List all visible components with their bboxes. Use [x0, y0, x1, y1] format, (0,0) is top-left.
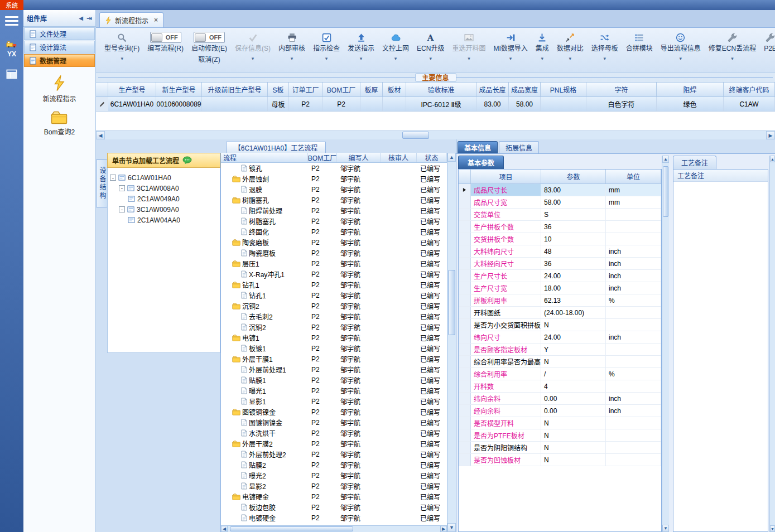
dropdown-arrow-icon[interactable]: ▾ [291, 56, 293, 61]
sidebar-button[interactable]: 数据管理 [24, 54, 95, 67]
process-row[interactable]: 板镀1P2邹宇航已编写 [221, 343, 447, 354]
main-info-column-header[interactable]: 升级前旧生产型号 [202, 83, 268, 96]
toolbar-item-10[interactable]: MI数据导入▾ [489, 31, 531, 64]
main-info-cell[interactable]: 母板 [268, 97, 289, 111]
toolbar-item-17[interactable]: P2E [760, 31, 775, 64]
process-row[interactable]: 板边包胶P2邹宇航已编写 [221, 502, 447, 512]
toolbar-item-9[interactable]: 重选开料图▾ [448, 31, 489, 64]
dropdown-arrow-icon[interactable]: ▾ [325, 56, 328, 61]
vscroll-thumb[interactable] [448, 270, 455, 335]
process-column-header[interactable]: 状态 [417, 153, 447, 162]
main-info-column-header[interactable]: 字符 [586, 83, 657, 96]
process-row[interactable]: 层压1P2邹宇航已编写 [221, 258, 447, 269]
dropdown-arrow-icon[interactable]: ▾ [468, 56, 470, 61]
tree-node[interactable]: -6C1AW01HA0 [110, 172, 218, 183]
main-info-column-header[interactable]: 生产型号 [108, 83, 156, 96]
process-row[interactable]: 贴膜2P2邹宇航已编写 [221, 460, 447, 470]
toggle-off-switch[interactable]: OFF [150, 32, 181, 43]
detail-tab[interactable]: 基本信息 [458, 141, 498, 153]
hscroll-track[interactable] [105, 131, 766, 139]
tree-node[interactable]: -3C1AW009A0 [119, 204, 218, 215]
dropdown-arrow-icon[interactable]: ▾ [394, 56, 397, 61]
collapse-left-icon[interactable]: ◀ [79, 15, 83, 21]
param-row[interactable]: 成品尺寸长83.00mm [459, 184, 661, 196]
tree-expander-icon[interactable]: - [110, 175, 116, 181]
vscroll-track[interactable] [447, 162, 456, 523]
tab-process-notes[interactable]: 工艺备注 [673, 156, 716, 169]
hamburger-menu-icon[interactable] [5, 14, 18, 28]
sidebar-button[interactable]: 设计算法 [24, 41, 95, 54]
main-info-cell[interactable]: 83.00 [476, 97, 509, 111]
process-row[interactable]: 阻焊前处理P2邹宇航已编写 [221, 205, 447, 216]
param-column-header[interactable]: 参数 [541, 170, 606, 183]
process-row[interactable]: 图镀铜镍金P2邹宇航已编写 [221, 417, 447, 428]
main-info-column-header[interactable]: 板厚 [360, 83, 383, 96]
param-row[interactable]: 大料纬向尺寸48inch [459, 245, 661, 258]
param-row[interactable]: 是否为阴阳铜结构N [459, 442, 661, 454]
toolbar-item-13[interactable]: 选择母板▾ [588, 31, 622, 64]
param-row[interactable]: 生产尺寸宽18.00inch [459, 282, 661, 294]
scroll-down-icon[interactable]: ▼ [447, 523, 456, 532]
process-row[interactable]: 外层蚀刻P2邹宇航已编写 [221, 173, 447, 184]
param-row[interactable]: 纬向尺寸24.00inch [459, 331, 661, 344]
toolbar-item-12[interactable]: 数据对比▾ [553, 31, 588, 64]
process-column-header[interactable]: 核审人 [381, 153, 417, 162]
toolbar-item-7[interactable]: 文控上网▾ [378, 31, 413, 64]
dropdown-arrow-icon[interactable]: ▾ [121, 56, 123, 61]
main-info-column-header[interactable]: 成品宽度 [509, 83, 541, 96]
main-info-cell[interactable] [360, 97, 383, 111]
vscroll-thumb[interactable] [663, 166, 668, 217]
process-row[interactable]: 退膜P2邹宇航已编写 [221, 184, 447, 195]
main-info-cell[interactable]: P2 [322, 97, 360, 111]
sidebar-button[interactable]: 文件处理 [24, 27, 95, 40]
dropdown-arrow-icon[interactable]: ▾ [569, 56, 572, 61]
param-row[interactable]: 开料图纸(24.00-18.00) [459, 307, 661, 319]
toolbar-item-15[interactable]: 导出流程信息▾ [657, 31, 705, 64]
main-info-cell[interactable]: C1AW [724, 97, 775, 111]
tree-node[interactable]: -3C1AW008A0 [119, 183, 218, 194]
process-row[interactable]: 陶瓷磨板P2邹宇航已编写 [221, 248, 447, 258]
param-row[interactable]: 生产尺寸长24.00inch [459, 270, 661, 282]
main-info-cell[interactable] [383, 97, 406, 111]
process-row[interactable]: 终固化P2邹宇航已编写 [221, 226, 447, 237]
process-column-header[interactable]: BOM工厂 [308, 153, 337, 162]
system-menu-badge[interactable]: 系统 [0, 0, 23, 10]
main-info-column-header[interactable]: 验收标准 [406, 83, 476, 96]
process-row[interactable]: 显影1P2邹宇航已编写 [221, 396, 447, 407]
process-row[interactable]: 电镀硬金P2邹宇航已编写 [221, 512, 447, 523]
process-column-header[interactable]: 编写人 [337, 153, 381, 162]
dropdown-arrow-icon[interactable]: ▾ [680, 56, 682, 61]
param-row[interactable]: 生产拼板个数36 [459, 221, 661, 233]
param-row[interactable]: 拼板利用率62.13% [459, 294, 661, 307]
dropdown-arrow-icon[interactable]: ▾ [509, 56, 512, 61]
scroll-up-icon[interactable]: ▲ [770, 156, 775, 162]
toggle-off-switch[interactable]: OFF [194, 32, 225, 43]
tree-expander-icon[interactable]: - [119, 185, 125, 191]
process-row[interactable]: 电镀硬金P2邹宇航已编写 [221, 491, 447, 502]
main-info-column-header[interactable]: PNL规格 [541, 83, 586, 96]
tree-node[interactable]: 2C1AW04AA0 [128, 215, 218, 225]
scroll-up-icon[interactable]: ▲ [662, 156, 669, 163]
toolbar-item-16[interactable]: 修复ECN丢流程▾ [705, 31, 760, 64]
toolbar-item-1[interactable]: OFF编写流程(R) [143, 31, 187, 64]
main-info-column-header[interactable]: 终端客户代码 [724, 83, 775, 96]
main-info-cell[interactable]: 6C1AW01HA0 [108, 97, 156, 111]
rail-grid-icon[interactable] [6, 69, 17, 79]
toolbar-item-0[interactable]: 型号查询(F)▾ [100, 31, 143, 64]
process-row[interactable]: 电镀1P2邹宇航已编写 [221, 332, 447, 343]
process-row[interactable]: 外层前处理1P2邹宇航已编写 [221, 364, 447, 375]
process-row[interactable]: 钻孔1P2邹宇航已编写 [221, 290, 447, 301]
param-row[interactable]: 是否横型开料N [459, 417, 661, 429]
toolbar-item-14[interactable]: 合拼模块 [622, 31, 657, 64]
main-info-column-header[interactable]: S板 [268, 83, 289, 96]
tree-node[interactable]: 2C1AW049A0 [128, 194, 218, 204]
dropdown-arrow-icon[interactable]: ▾ [541, 56, 544, 61]
process-row[interactable]: 树脂塞孔P2邹宇航已编写 [221, 216, 447, 226]
param-row[interactable]: 是否为PTFE板材N [459, 429, 661, 442]
dropdown-arrow-icon[interactable]: ▾ [731, 56, 734, 61]
scroll-down-icon[interactable]: ▼ [662, 525, 669, 532]
scroll-down-icon[interactable]: ▼ [770, 525, 775, 532]
toolbar-sub-action[interactable]: 取消(Z) [198, 54, 220, 64]
tree-expander-icon[interactable]: - [119, 206, 125, 212]
sidebar-tool[interactable]: 新流程指示 [42, 75, 76, 103]
